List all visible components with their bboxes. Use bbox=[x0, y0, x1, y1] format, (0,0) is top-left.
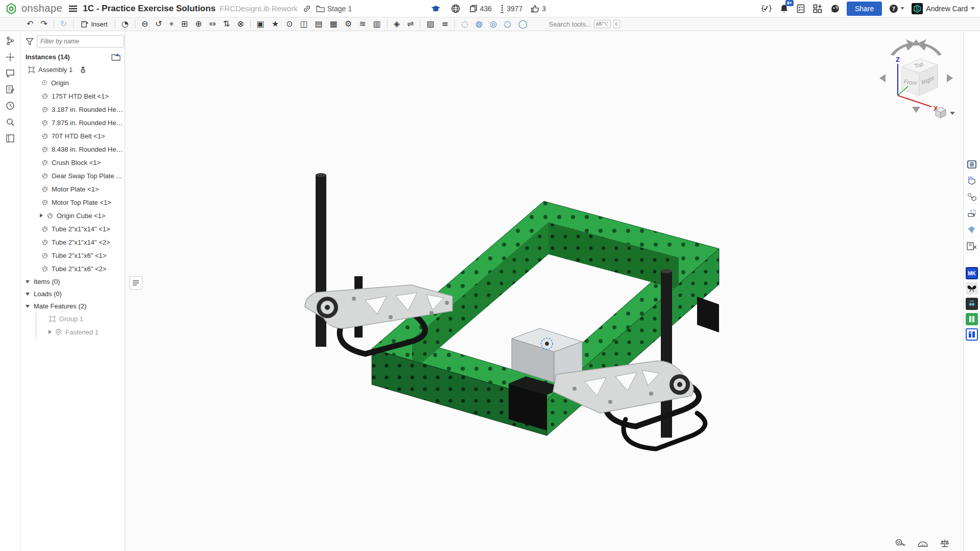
belt-relation-icon[interactable]: ≋ bbox=[356, 19, 369, 29]
planar-anim-icon[interactable]: ○ bbox=[501, 19, 514, 29]
tape-measure-icon[interactable] bbox=[894, 538, 907, 549]
tree-item-fastened[interactable]: Fastened 1 bbox=[36, 325, 125, 339]
hide-parts-icon[interactable]: ⊖ bbox=[138, 19, 151, 29]
derived-part-icon[interactable] bbox=[965, 190, 978, 204]
versions-graph-icon[interactable] bbox=[6, 36, 15, 45]
robot-app-icon[interactable] bbox=[966, 298, 978, 310]
sheet-metal-icon[interactable]: ◈ bbox=[391, 19, 403, 29]
protractor-icon[interactable] bbox=[916, 538, 929, 549]
likes-stat[interactable]: 3 bbox=[531, 5, 546, 13]
blue-book-app-icon[interactable] bbox=[966, 328, 978, 341]
tree-item-part[interactable]: Origin Cube <1> bbox=[20, 209, 125, 222]
copies-stat[interactable]: 436 bbox=[469, 5, 492, 13]
share-button[interactable]: Share bbox=[847, 2, 882, 16]
variables-icon[interactable]: {} bbox=[759, 3, 773, 14]
arrow-down[interactable] bbox=[912, 107, 920, 113]
replicate-icon[interactable]: ◫ bbox=[297, 19, 310, 29]
tree-item-part[interactable]: 70T HTD Belt <1> bbox=[20, 129, 125, 142]
filter-funnel-icon[interactable] bbox=[26, 38, 34, 45]
section-view-icon[interactable]: ◔ bbox=[118, 19, 132, 29]
items-section[interactable]: Items (0) bbox=[20, 275, 125, 288]
link-icon[interactable] bbox=[302, 4, 312, 14]
gem-app-icon[interactable] bbox=[965, 223, 978, 236]
sync-icon[interactable]: ↻ bbox=[57, 19, 70, 29]
snap-mode-icon[interactable]: ⊗ bbox=[234, 19, 247, 29]
app-store-icon[interactable] bbox=[812, 3, 823, 14]
tree-item-part[interactable]: Crush Block <1> bbox=[20, 156, 125, 169]
mate-list-flyout-handle[interactable] bbox=[129, 276, 142, 290]
loads-section[interactable]: Loads (0) bbox=[20, 288, 125, 300]
learning-center-icon[interactable] bbox=[829, 3, 841, 14]
grid-icon[interactable]: ▦ bbox=[327, 19, 341, 29]
tree-item-origin[interactable]: Origin bbox=[20, 76, 125, 89]
named-views-icon[interactable]: ★ bbox=[269, 19, 282, 29]
bom-panel-icon[interactable] bbox=[965, 158, 978, 171]
view-cube[interactable]: Top Front Right Z X bbox=[875, 35, 957, 121]
tree-item-part[interactable]: Tube 2"x1"x14" <2> bbox=[20, 235, 125, 249]
arrow-right[interactable] bbox=[947, 74, 953, 82]
tree-item-part[interactable]: Motor Plate <1> bbox=[20, 182, 125, 196]
hamburger-menu-icon[interactable] bbox=[67, 4, 79, 13]
reference-manager-icon[interactable] bbox=[6, 134, 15, 143]
butterfly-app-icon[interactable] bbox=[966, 282, 978, 295]
hex-shaft-left[interactable] bbox=[316, 173, 326, 347]
mkcad-app-icon[interactable]: MK bbox=[966, 267, 978, 279]
group-icon[interactable]: ⊙ bbox=[283, 19, 296, 29]
instances-header[interactable]: Instances (14) bbox=[20, 51, 125, 63]
fastened-mate-icon[interactable]: ⊕ bbox=[192, 19, 205, 29]
featurescript-icon[interactable]: x) bbox=[965, 239, 978, 253]
gear-relation-icon[interactable]: ⚙ bbox=[342, 19, 355, 29]
follow-mode-icon[interactable] bbox=[6, 53, 15, 62]
graphics-viewport[interactable]: Top Front Right Z X bbox=[125, 31, 963, 551]
insert-feature-icon[interactable]: ▥ bbox=[370, 19, 384, 29]
insert-button[interactable]: Insert bbox=[77, 19, 112, 29]
search-tools[interactable]: Search tools... alt/⌥ c bbox=[549, 20, 620, 28]
education-cap-icon[interactable] bbox=[429, 4, 442, 14]
tree-item-group[interactable]: Group 1 bbox=[36, 312, 125, 325]
tree-item-part[interactable]: Tube 2"x1"x6" <1> bbox=[20, 249, 125, 262]
tree-item-part[interactable]: 8.438 in. Rounded Hex... bbox=[20, 142, 125, 156]
undo-icon[interactable]: ↶ bbox=[23, 19, 36, 29]
tree-item-part[interactable]: 175T HTD Belt <1> bbox=[20, 89, 125, 103]
view-cube-body[interactable]: Top Front Right bbox=[902, 59, 938, 95]
edit-in-context-icon[interactable]: ▨ bbox=[423, 19, 437, 29]
mate-features-section[interactable]: Mate Features (2) bbox=[20, 300, 125, 312]
tree-item-part[interactable]: Tube 2"x1"x14" <1> bbox=[20, 222, 125, 235]
tree-item-part[interactable]: 3.187 in. Rounded Hex... bbox=[20, 103, 125, 116]
tree-item-assembly[interactable]: Assembly 1 bbox=[20, 63, 125, 76]
mate-connector-icon[interactable]: ⌖ bbox=[166, 19, 177, 29]
rotate-ccw-arrow[interactable] bbox=[891, 39, 915, 56]
inserts-stat[interactable]: 3977 bbox=[500, 5, 522, 13]
tasks-checklist-icon[interactable] bbox=[796, 3, 806, 14]
bom-table-icon[interactable]: ▤ bbox=[312, 19, 326, 29]
cylindrical-anim-icon[interactable]: ◍ bbox=[472, 19, 486, 29]
mass-properties-scale-icon[interactable] bbox=[939, 538, 951, 549]
rotate-part-icon[interactable]: ↺ bbox=[152, 19, 165, 29]
tree-item-part[interactable]: Tube 2"x1"x6" <2> bbox=[20, 262, 125, 275]
pattern-icon[interactable]: ▣ bbox=[254, 19, 268, 29]
align-icon[interactable]: ⇔ bbox=[206, 19, 219, 29]
filter-input[interactable] bbox=[37, 35, 124, 47]
arrow-left[interactable] bbox=[879, 74, 886, 82]
swap-instance-icon[interactable]: ⇌ bbox=[404, 19, 417, 29]
folder-breadcrumb[interactable]: Stage 1 bbox=[316, 5, 352, 13]
redo-icon[interactable]: ↷ bbox=[37, 19, 50, 29]
comments-icon[interactable] bbox=[6, 69, 15, 78]
tree-item-part[interactable]: 7.875 in. Rounded Hex... bbox=[20, 116, 125, 129]
translate-icon[interactable]: ⇅ bbox=[220, 19, 233, 29]
new-folder-icon[interactable] bbox=[111, 53, 121, 61]
user-menu[interactable]: Andrew Card bbox=[912, 3, 975, 14]
tree-item-part[interactable]: Gear Swap Top Plate ... bbox=[20, 169, 125, 182]
green-book-app-icon[interactable] bbox=[966, 313, 978, 325]
ball-anim-icon[interactable]: ◎ bbox=[487, 19, 500, 29]
display-states-icon[interactable]: ≡ bbox=[439, 19, 451, 29]
document-notes-icon[interactable] bbox=[6, 85, 14, 94]
rotate-cw-arrow[interactable] bbox=[917, 39, 942, 56]
configurations-cube-icon[interactable] bbox=[965, 174, 978, 187]
parallel-anim-icon[interactable]: ◯ bbox=[515, 19, 531, 29]
sketch-region-icon[interactable] bbox=[965, 207, 978, 220]
history-clock-icon[interactable] bbox=[6, 101, 15, 110]
assembly-3d-model[interactable] bbox=[125, 31, 963, 534]
arrow-up[interactable] bbox=[912, 39, 920, 45]
revolute-anim-icon[interactable]: ◌ bbox=[458, 19, 471, 29]
